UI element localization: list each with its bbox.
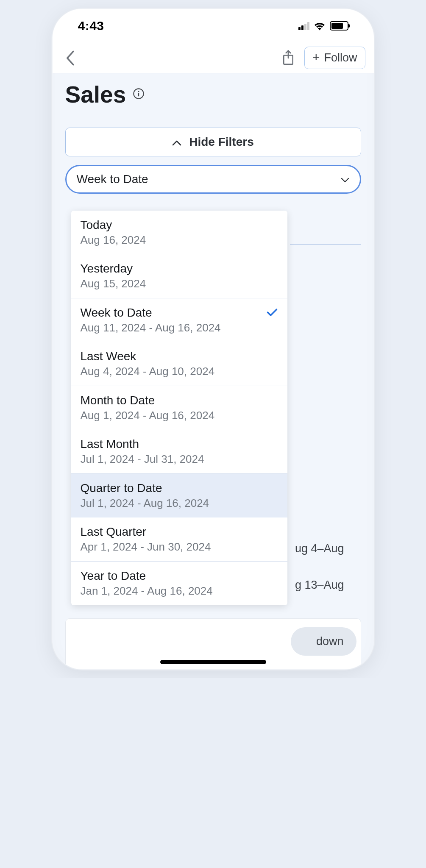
date-option-label: Last Quarter [81,525,211,539]
svg-rect-3 [138,93,139,96]
date-range-option[interactable]: Last WeekAug 4, 2024 - Aug 10, 2024 [71,342,287,386]
checkmark-icon [266,308,278,319]
breakdown-label: down [316,635,344,648]
date-option-range: Apr 1, 2024 - Jun 30, 2024 [81,540,211,554]
cellular-icon [298,22,309,30]
date-option-label: Month to Date [81,394,215,407]
section-divider [290,244,361,245]
chevron-up-icon [172,135,181,149]
page-title: Sales [65,81,126,108]
date-range-dropdown: TodayAug 16, 2024YesterdayAug 15, 2024We… [71,211,287,605]
date-option-label: Yesterday [81,262,146,275]
follow-button[interactable]: + Follow [304,47,365,69]
date-option-label: Quarter to Date [81,481,209,495]
date-range-selected-label: Week to Date [77,172,148,186]
wifi-icon [314,21,326,31]
device-frame: 4:43 [52,8,374,670]
date-range-option[interactable]: Quarter to DateJul 1, 2024 - Aug 16, 202… [71,474,287,517]
date-range-select[interactable]: Week to Date [65,165,361,194]
share-icon[interactable] [281,50,295,67]
status-bar: 4:43 [53,9,374,43]
date-option-label: Last Month [81,437,204,451]
svg-point-2 [138,91,139,92]
follow-label: Follow [324,51,357,64]
breakdown-pill[interactable]: down [291,627,356,656]
hide-filters-label: Hide Filters [189,135,253,149]
date-option-range: Jul 1, 2024 - Jul 31, 2024 [81,453,204,466]
status-time: 4:43 [78,19,104,33]
date-range-option[interactable]: YesterdayAug 15, 2024 [71,254,287,298]
date-option-range: Aug 15, 2024 [81,277,146,290]
date-range-option[interactable]: TodayAug 16, 2024 [71,211,287,254]
date-option-label: Today [81,218,146,232]
date-range-option[interactable]: Week to DateAug 11, 2024 - Aug 16, 2024 [71,298,287,342]
date-range-option[interactable]: Month to DateAug 1, 2024 - Aug 16, 2024 [71,386,287,430]
date-option-range: Jan 1, 2024 - Aug 16, 2024 [81,584,213,598]
bg-fragment: g 13–Aug [295,579,344,592]
date-option-range: Jul 1, 2024 - Aug 16, 2024 [81,497,209,510]
nav-bar: + Follow [53,43,374,73]
chevron-down-icon [340,172,350,186]
date-option-range: Aug 11, 2024 - Aug 16, 2024 [81,321,221,334]
home-indicator[interactable] [160,660,266,664]
date-option-label: Year to Date [81,569,213,583]
date-option-range: Aug 16, 2024 [81,234,146,247]
info-icon[interactable] [133,88,145,101]
date-option-range: Aug 1, 2024 - Aug 16, 2024 [81,409,215,422]
date-option-range: Aug 4, 2024 - Aug 10, 2024 [81,365,215,378]
date-range-option[interactable]: Last MonthJul 1, 2024 - Jul 31, 2024 [71,430,287,473]
hide-filters-button[interactable]: Hide Filters [65,128,361,156]
bg-fragment: ug 4–Aug [295,542,344,555]
date-range-option[interactable]: Year to DateJan 1, 2024 - Aug 16, 2024 [71,562,287,605]
back-button[interactable] [65,50,75,66]
date-range-option[interactable]: Last QuarterApr 1, 2024 - Jun 30, 2024 [71,517,287,561]
date-option-label: Week to Date [81,306,221,320]
date-option-label: Last Week [81,350,215,363]
battery-icon [330,21,348,31]
